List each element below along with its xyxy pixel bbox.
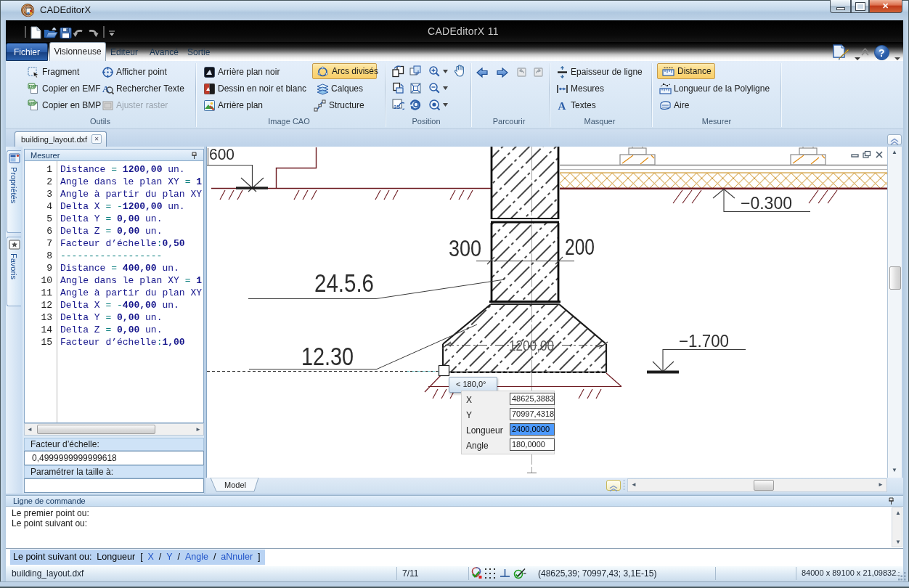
svg-text:Model: Model xyxy=(224,481,246,489)
svg-text:1200,00: 1200,00 xyxy=(509,338,554,354)
svg-text:?: ? xyxy=(879,47,885,59)
svg-text:A: A xyxy=(558,100,566,112)
svg-text:−1.700: −1.700 xyxy=(679,332,729,351)
svg-text:EMF: EMF xyxy=(28,84,37,89)
svg-text:12.30: 12.30 xyxy=(301,342,354,370)
svg-text:600: 600 xyxy=(209,147,235,163)
svg-text:24.5.6: 24.5.6 xyxy=(314,269,374,297)
svg-text:−0.300: −0.300 xyxy=(741,194,792,213)
svg-text:300: 300 xyxy=(449,235,481,261)
svg-text:BMP: BMP xyxy=(28,101,37,105)
svg-text:200: 200 xyxy=(565,234,595,260)
